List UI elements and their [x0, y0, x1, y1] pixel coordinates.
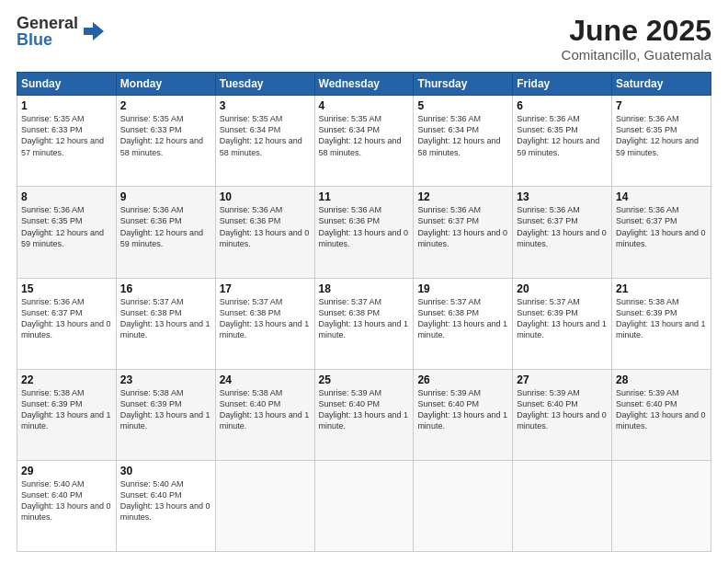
day-info: Sunrise: 5:35 AMSunset: 6:33 PMDaylight:… — [120, 113, 211, 158]
day-info: Sunrise: 5:39 AMSunset: 6:40 PMDaylight:… — [319, 387, 410, 432]
calendar-title: June 2025 — [562, 15, 711, 47]
calendar-cell: 14Sunrise: 5:36 AMSunset: 6:37 PMDayligh… — [612, 187, 711, 278]
logo-text-block: General Blue — [17, 15, 78, 48]
logo: General Blue — [17, 15, 106, 48]
week-row-4: 22Sunrise: 5:38 AMSunset: 6:39 PMDayligh… — [17, 369, 711, 460]
day-number: 5 — [417, 99, 508, 112]
day-number: 9 — [120, 190, 211, 203]
header-day-wednesday: Wednesday — [314, 73, 414, 96]
calendar-cell: 12Sunrise: 5:36 AMSunset: 6:37 PMDayligh… — [414, 187, 513, 278]
header-day-thursday: Thursday — [414, 73, 513, 96]
day-info: Sunrise: 5:40 AMSunset: 6:40 PMDaylight:… — [120, 478, 211, 523]
day-info: Sunrise: 5:36 AMSunset: 6:37 PMDaylight:… — [417, 204, 508, 249]
calendar-cell — [215, 460, 314, 551]
calendar-cell: 4Sunrise: 5:35 AMSunset: 6:34 PMDaylight… — [314, 96, 414, 187]
calendar-cell: 5Sunrise: 5:36 AMSunset: 6:34 PMDaylight… — [414, 96, 513, 187]
calendar-cell: 23Sunrise: 5:38 AMSunset: 6:39 PMDayligh… — [116, 369, 215, 460]
title-block: June 2025 Comitancillo, Guatemala — [562, 15, 711, 63]
calendar-cell: 22Sunrise: 5:38 AMSunset: 6:39 PMDayligh… — [17, 369, 117, 460]
day-info: Sunrise: 5:36 AMSunset: 6:35 PMDaylight:… — [517, 113, 608, 158]
week-row-5: 29Sunrise: 5:40 AMSunset: 6:40 PMDayligh… — [17, 460, 711, 551]
header-day-sunday: Sunday — [17, 73, 117, 96]
calendar-cell: 6Sunrise: 5:36 AMSunset: 6:35 PMDaylight… — [513, 96, 612, 187]
day-number: 25 — [319, 373, 410, 386]
header-day-tuesday: Tuesday — [215, 73, 314, 96]
day-number: 24 — [220, 373, 311, 386]
calendar-cell: 9Sunrise: 5:36 AMSunset: 6:36 PMDaylight… — [116, 187, 215, 278]
day-info: Sunrise: 5:38 AMSunset: 6:40 PMDaylight:… — [220, 387, 311, 432]
day-info: Sunrise: 5:35 AMSunset: 6:33 PMDaylight:… — [21, 113, 112, 158]
calendar-cell — [612, 460, 711, 551]
day-number: 14 — [616, 190, 707, 203]
day-info: Sunrise: 5:37 AMSunset: 6:38 PMDaylight:… — [417, 296, 508, 341]
calendar-cell: 7Sunrise: 5:36 AMSunset: 6:35 PMDaylight… — [612, 96, 711, 187]
day-info: Sunrise: 5:36 AMSunset: 6:34 PMDaylight:… — [417, 113, 508, 158]
day-info: Sunrise: 5:35 AMSunset: 6:34 PMDaylight:… — [220, 113, 311, 158]
day-info: Sunrise: 5:40 AMSunset: 6:40 PMDaylight:… — [21, 478, 112, 523]
day-number: 21 — [616, 282, 707, 295]
day-info: Sunrise: 5:36 AMSunset: 6:36 PMDaylight:… — [220, 204, 311, 249]
calendar-cell: 11Sunrise: 5:36 AMSunset: 6:36 PMDayligh… — [314, 187, 414, 278]
day-info: Sunrise: 5:36 AMSunset: 6:35 PMDaylight:… — [21, 204, 112, 249]
day-info: Sunrise: 5:38 AMSunset: 6:39 PMDaylight:… — [120, 387, 211, 432]
day-info: Sunrise: 5:37 AMSunset: 6:38 PMDaylight:… — [120, 296, 211, 341]
day-info: Sunrise: 5:39 AMSunset: 6:40 PMDaylight:… — [616, 387, 707, 432]
day-number: 16 — [120, 282, 211, 295]
day-number: 3 — [220, 99, 311, 112]
day-number: 26 — [417, 373, 508, 386]
day-info: Sunrise: 5:37 AMSunset: 6:38 PMDaylight:… — [220, 296, 311, 341]
day-number: 28 — [616, 373, 707, 386]
calendar-cell — [513, 460, 612, 551]
calendar-cell: 27Sunrise: 5:39 AMSunset: 6:40 PMDayligh… — [513, 369, 612, 460]
calendar-cell: 28Sunrise: 5:39 AMSunset: 6:40 PMDayligh… — [612, 369, 711, 460]
header-day-monday: Monday — [116, 73, 215, 96]
day-number: 12 — [417, 190, 508, 203]
day-info: Sunrise: 5:36 AMSunset: 6:37 PMDaylight:… — [616, 204, 707, 249]
week-row-1: 1Sunrise: 5:35 AMSunset: 6:33 PMDaylight… — [17, 96, 711, 187]
day-number: 2 — [120, 99, 211, 112]
calendar-cell: 15Sunrise: 5:36 AMSunset: 6:37 PMDayligh… — [17, 278, 117, 369]
calendar-page: General Blue June 2025 Comitancillo, Gua… — [0, 0, 728, 563]
logo-general: General — [17, 15, 78, 31]
day-number: 18 — [319, 282, 410, 295]
day-info: Sunrise: 5:38 AMSunset: 6:39 PMDaylight:… — [21, 387, 112, 432]
calendar-table: SundayMondayTuesdayWednesdayThursdayFrid… — [17, 72, 711, 552]
day-number: 7 — [616, 99, 707, 112]
calendar-cell: 8Sunrise: 5:36 AMSunset: 6:35 PMDaylight… — [17, 187, 117, 278]
week-row-3: 15Sunrise: 5:36 AMSunset: 6:37 PMDayligh… — [17, 278, 711, 369]
day-info: Sunrise: 5:35 AMSunset: 6:34 PMDaylight:… — [319, 113, 410, 158]
calendar-cell: 2Sunrise: 5:35 AMSunset: 6:33 PMDaylight… — [116, 96, 215, 187]
day-info: Sunrise: 5:39 AMSunset: 6:40 PMDaylight:… — [417, 387, 508, 432]
calendar-cell: 16Sunrise: 5:37 AMSunset: 6:38 PMDayligh… — [116, 278, 215, 369]
calendar-cell: 29Sunrise: 5:40 AMSunset: 6:40 PMDayligh… — [17, 460, 117, 551]
day-info: Sunrise: 5:38 AMSunset: 6:39 PMDaylight:… — [616, 296, 707, 341]
day-info: Sunrise: 5:36 AMSunset: 6:36 PMDaylight:… — [319, 204, 410, 249]
calendar-cell: 30Sunrise: 5:40 AMSunset: 6:40 PMDayligh… — [116, 460, 215, 551]
calendar-cell: 17Sunrise: 5:37 AMSunset: 6:38 PMDayligh… — [215, 278, 314, 369]
calendar-cell: 18Sunrise: 5:37 AMSunset: 6:38 PMDayligh… — [314, 278, 414, 369]
day-number: 4 — [319, 99, 410, 112]
header-day-friday: Friday — [513, 73, 612, 96]
week-row-2: 8Sunrise: 5:36 AMSunset: 6:35 PMDaylight… — [17, 187, 711, 278]
svg-marker-0 — [84, 22, 104, 40]
day-number: 8 — [21, 190, 112, 203]
calendar-cell: 10Sunrise: 5:36 AMSunset: 6:36 PMDayligh… — [215, 187, 314, 278]
day-number: 29 — [21, 465, 112, 477]
calendar-cell: 24Sunrise: 5:38 AMSunset: 6:40 PMDayligh… — [215, 369, 314, 460]
day-number: 6 — [517, 99, 608, 112]
day-info: Sunrise: 5:36 AMSunset: 6:36 PMDaylight:… — [120, 204, 211, 249]
calendar-cell: 21Sunrise: 5:38 AMSunset: 6:39 PMDayligh… — [612, 278, 711, 369]
header-row: SundayMondayTuesdayWednesdayThursdayFrid… — [17, 73, 711, 96]
calendar-cell: 20Sunrise: 5:37 AMSunset: 6:39 PMDayligh… — [513, 278, 612, 369]
header: General Blue June 2025 Comitancillo, Gua… — [17, 15, 711, 63]
calendar-subtitle: Comitancillo, Guatemala — [562, 47, 711, 63]
calendar-cell — [414, 460, 513, 551]
day-number: 1 — [21, 99, 112, 112]
calendar-cell: 13Sunrise: 5:36 AMSunset: 6:37 PMDayligh… — [513, 187, 612, 278]
calendar-cell — [314, 460, 414, 551]
day-number: 13 — [517, 190, 608, 203]
day-number: 15 — [21, 282, 112, 295]
day-info: Sunrise: 5:39 AMSunset: 6:40 PMDaylight:… — [517, 387, 608, 432]
calendar-cell: 26Sunrise: 5:39 AMSunset: 6:40 PMDayligh… — [414, 369, 513, 460]
day-info: Sunrise: 5:36 AMSunset: 6:37 PMDaylight:… — [21, 296, 112, 341]
